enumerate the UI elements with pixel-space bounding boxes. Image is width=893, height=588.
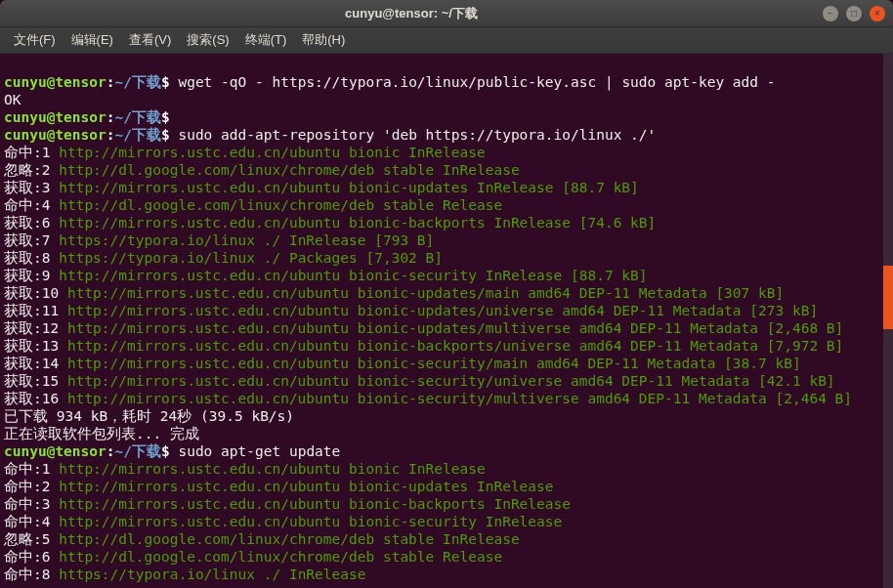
apt-line: 命中:4 (4, 197, 59, 213)
menu-terminal[interactable]: 终端(T) (239, 29, 293, 51)
apt-line: 获取:3 (4, 180, 59, 195)
apt-line: 获取:16 (4, 391, 67, 406)
output-ok: OK (4, 92, 21, 107)
apt-line: 命中:1 (4, 145, 59, 160)
apt-line: 命中:2 (4, 479, 59, 494)
prompt-colon: : (106, 74, 115, 90)
apt-line: 获取:11 (4, 303, 67, 318)
apt-line: 获取:14 (4, 356, 67, 371)
menu-search[interactable]: 搜索(S) (181, 29, 234, 51)
apt-line: 获取:13 (4, 338, 67, 354)
prompt-userhost: cunyu@tensor (4, 443, 106, 459)
prompt-dollar: $ (161, 74, 170, 90)
apt-line: 忽略:5 (4, 531, 59, 547)
cmd-apt-update: sudo apt-get update (170, 443, 341, 459)
apt-line: 获取:7 (4, 232, 59, 248)
prompt-userhost: cunyu@tensor (4, 109, 106, 125)
terminal-scrollbar[interactable] (883, 54, 893, 588)
apt-line: 命中:6 (4, 549, 59, 565)
apt-line: 获取:8 (4, 250, 59, 266)
scrollbar-thumb[interactable] (883, 266, 893, 329)
window-titlebar: cunyu@tensor: ~/下载 − □ × (0, 0, 893, 27)
apt-line: 命中:8 (4, 567, 59, 582)
menu-help[interactable]: 帮助(H) (296, 29, 351, 51)
window-controls: − □ × (823, 6, 893, 21)
apt-line: 获取:9 (4, 268, 59, 283)
terminal-output[interactable]: cunyu@tensor:~/下载$ wget -qO - https://ty… (0, 54, 893, 588)
cmd-add-repo: sudo add-apt-repository 'deb https://typ… (170, 127, 657, 143)
apt-reading: 正在读取软件包列表... 完成 (4, 426, 199, 441)
apt-line: 命中:1 (4, 461, 59, 477)
apt-line: 命中:4 (4, 514, 59, 529)
apt-line: 获取:12 (4, 320, 67, 336)
maximize-button[interactable]: □ (846, 6, 862, 21)
prompt-path: ~/下载 (115, 74, 161, 90)
prompt-userhost: cunyu@tensor (4, 74, 106, 90)
menu-file[interactable]: 文件(F) (8, 29, 62, 51)
menu-edit[interactable]: 编辑(E) (65, 29, 119, 51)
apt-line: 获取:6 (4, 215, 59, 231)
minimize-button[interactable]: − (823, 6, 838, 21)
window-title: cunyu@tensor: ~/下载 (0, 5, 823, 22)
menu-view[interactable]: 查看(V) (123, 29, 177, 51)
cmd-wget: wget -qO - https://typora.io/linux/publi… (170, 74, 776, 90)
apt-line: 命中:3 (4, 496, 59, 512)
apt-line: 忽略:2 (4, 162, 59, 178)
apt-downloaded: 已下载 934 kB，耗时 24秒 (39.5 kB/s) (4, 408, 294, 424)
close-button[interactable]: × (870, 6, 885, 21)
menu-bar: 文件(F) 编辑(E) 查看(V) 搜索(S) 终端(T) 帮助(H) (0, 27, 893, 54)
apt-line: 获取:15 (4, 373, 67, 389)
prompt-userhost: cunyu@tensor (4, 127, 106, 143)
apt-line: 获取:10 (4, 285, 67, 301)
